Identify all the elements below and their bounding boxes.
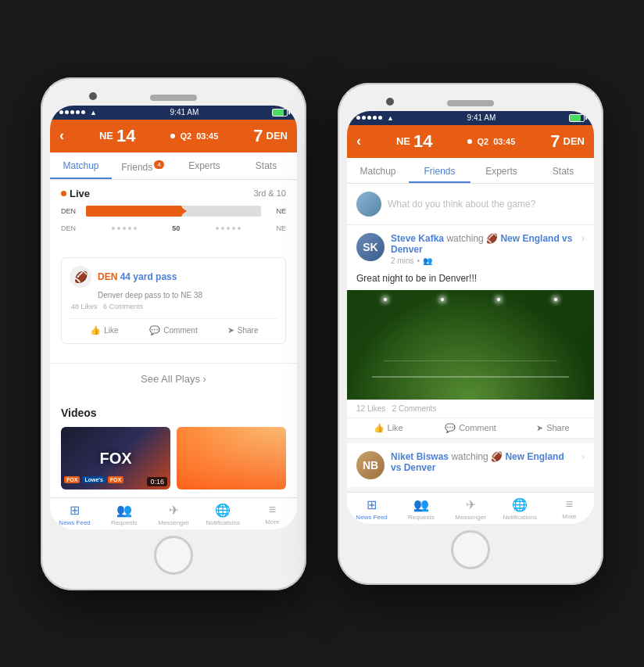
battery-icon-left <box>272 109 288 117</box>
nav-requests-right[interactable]: 👥 Requests <box>396 497 445 521</box>
nav-messenger-right[interactable]: ✈ Messenger <box>445 497 495 521</box>
team2-left: 7 DEN <box>253 126 288 146</box>
tab-friends-right[interactable]: Friends <box>409 158 470 183</box>
notifications-label-right: Notifications <box>503 514 537 521</box>
post-text-steve: Great night to be in Denver!!! <box>347 273 594 290</box>
wifi-icon-left: ▲ <box>90 109 97 117</box>
nav-requests-left[interactable]: 👥 Requests <box>99 503 148 526</box>
fox-logo-main: FOX <box>99 449 131 467</box>
post-comment-steve[interactable]: 💬 Comment <box>429 423 511 433</box>
field-line-1 <box>372 376 570 378</box>
play-actions-left: 👍 Like 💬 Comment ➤ Share <box>70 318 277 335</box>
team-ne-left: NE <box>276 224 286 232</box>
wifi-icon-right: ▲ <box>387 114 394 122</box>
nav-newsfeed-left[interactable]: ⊞ News Feed <box>50 503 99 526</box>
speaker-left <box>150 95 197 101</box>
avatar-steve: SK <box>356 233 385 261</box>
score1-right: 14 <box>413 131 432 152</box>
share-icon-steve: ➤ <box>536 423 543 433</box>
chevron-steve[interactable]: › <box>581 233 585 244</box>
signal-dots-left: ▲ <box>59 109 97 117</box>
messenger-label-left: Messenger <box>158 519 189 526</box>
tab-matchup-left[interactable]: Matchup <box>50 152 112 179</box>
post-name-steve: Steve Kafka watching 🏈 New England vs De… <box>391 233 575 255</box>
nav-notifications-left[interactable]: 🌐 Notifications <box>199 503 248 526</box>
comment-icon-steve: 💬 <box>445 423 456 433</box>
post-meta-steve: 2 mins • 👥 <box>391 256 575 265</box>
phone-right: ▲ 9:41 AM ‹ NE 14 Q2 0 <box>338 83 603 585</box>
post-name-niket: Niket Biswas watching 🏈 New England vs D… <box>391 451 575 473</box>
battery-icon-right <box>569 114 585 122</box>
requests-icon-left: 👥 <box>116 503 132 518</box>
videos-section-left: Videos FOX FOX Lowe's FOX 0:16 <box>50 399 297 497</box>
nav-messenger-left[interactable]: ✈ Messenger <box>148 503 198 526</box>
see-all-plays-left[interactable]: See All Plays › <box>50 363 297 394</box>
messenger-icon-left: ✈ <box>169 503 179 518</box>
nav-tabs-left: Matchup Friends4 Experts Stats <box>50 152 297 180</box>
play-icon-left: 🏈 <box>70 266 91 288</box>
user-avatar-right <box>356 192 381 217</box>
home-button-right[interactable] <box>451 530 490 569</box>
score1-left: 14 <box>116 126 135 146</box>
videos-title-left: Videos <box>61 407 286 419</box>
tab-stats-right[interactable]: Stats <box>532 158 594 183</box>
progress-container-left: DEN NE <box>61 206 286 217</box>
nav-more-left[interactable]: ≡ More <box>248 503 297 526</box>
play-comment-left[interactable]: 💬 Comment <box>139 325 209 335</box>
play-title-left: DEN 44 yard pass <box>98 271 177 282</box>
video-thumb-fire[interactable] <box>177 427 286 489</box>
status-bar-right: ▲ 9:41 AM <box>347 111 594 125</box>
post-share-steve[interactable]: ➤ Share <box>512 423 594 433</box>
quarter-left: Q2 <box>180 131 191 141</box>
newsfeed-icon-right: ⊞ <box>367 497 377 512</box>
team2-abbr-right: DEN <box>564 135 585 147</box>
progress-team-ne: NE <box>264 207 286 215</box>
team1-left: NE 14 <box>99 126 136 146</box>
video-thumb-fox[interactable]: FOX FOX Lowe's FOX 0:16 <box>61 427 170 489</box>
post-actions-steve: 👍 Like 💬 Comment ➤ Share <box>347 418 594 439</box>
matchup-content-left: Live 3rd & 10 DEN NE DEN <box>50 180 297 497</box>
battery-area-right <box>569 114 585 122</box>
user-avatar-img <box>356 192 381 217</box>
score2-right: 7 <box>550 131 560 152</box>
back-button-right[interactable]: ‹ <box>356 133 361 149</box>
team2-right: 7 DEN <box>550 131 585 152</box>
score-divider-dot-left <box>170 134 175 138</box>
comment-placeholder-right[interactable]: What do you think about the game? <box>388 199 535 210</box>
requests-label-left: Requests <box>111 519 138 526</box>
post-like-steve[interactable]: 👍 Like <box>347 423 429 433</box>
play-card-left: 🏈 DEN 44 yard pass Denver deep pass to t… <box>61 257 286 344</box>
play-card-header-left: 🏈 DEN 44 yard pass <box>70 266 277 288</box>
comment-icon-left: 💬 <box>149 325 160 335</box>
play-share-left[interactable]: ➤ Share <box>208 325 277 335</box>
yard-dots-right <box>216 227 241 230</box>
phone-screen-left: ▲ 9:41 AM ‹ NE 14 Q2 0 <box>50 106 297 529</box>
tab-experts-left[interactable]: Experts <box>174 152 235 179</box>
score-divider-dot-right <box>467 139 472 144</box>
notifications-label-left: Notifications <box>206 519 240 526</box>
scene: ▲ 9:41 AM ‹ NE 14 Q2 0 <box>25 62 619 606</box>
nav-more-right[interactable]: ≡ More <box>545 497 594 521</box>
camera-right <box>386 98 394 106</box>
nav-newsfeed-right[interactable]: ⊞ News Feed <box>347 497 396 521</box>
play-like-left[interactable]: 👍 Like <box>70 325 139 335</box>
live-indicator-left <box>61 191 66 196</box>
like-icon-steve: 👍 <box>374 423 385 433</box>
back-button-left[interactable]: ‹ <box>59 127 64 144</box>
yard-dots-left <box>112 227 137 230</box>
nav-notifications-right[interactable]: 🌐 Notifications <box>496 497 545 521</box>
tab-matchup-right[interactable]: Matchup <box>347 158 409 183</box>
status-time-right: 9:41 AM <box>467 113 496 122</box>
video-duration-fox: 0:16 <box>147 477 167 486</box>
play-stats-left: 48 Likes 6 Comments <box>70 303 277 310</box>
team1-right: NE 14 <box>396 131 433 152</box>
team1-abbr-left: NE <box>99 130 113 142</box>
stadium-lights-steve <box>384 298 556 301</box>
phone-left: ▲ 9:41 AM ‹ NE 14 Q2 0 <box>41 77 306 590</box>
home-button-left[interactable] <box>154 536 193 575</box>
avatar-niket: NB <box>356 451 385 479</box>
tab-friends-left[interactable]: Friends4 <box>112 152 174 179</box>
tab-experts-right[interactable]: Experts <box>470 158 532 183</box>
chevron-niket[interactable]: › <box>581 451 585 462</box>
tab-stats-left[interactable]: Stats <box>235 152 297 179</box>
